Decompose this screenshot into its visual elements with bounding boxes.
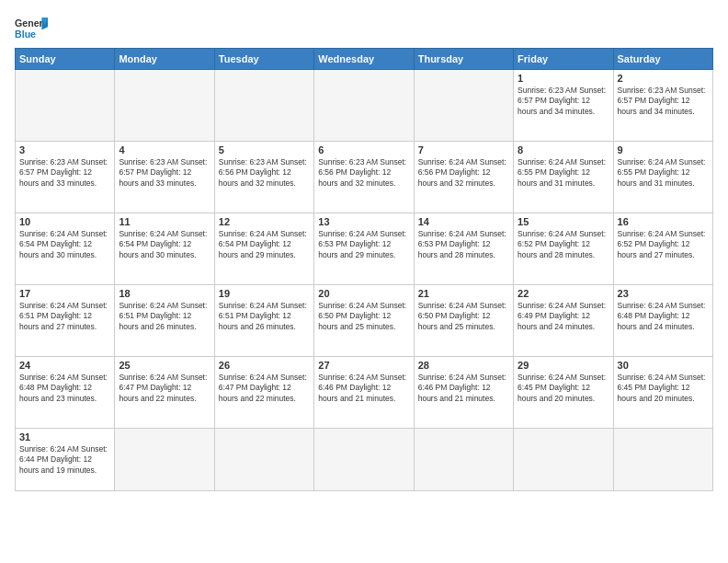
day-number: 25 [119, 360, 210, 371]
calendar-day-cell: 8Sunrise: 6:24 AM Sunset: 6:55 PM Daylig… [514, 142, 613, 213]
day-number: 9 [618, 144, 709, 155]
day-info: Sunrise: 6:24 AM Sunset: 6:46 PM Dayligh… [318, 373, 409, 404]
calendar-day-cell [115, 429, 214, 491]
calendar-day-cell [314, 429, 414, 491]
day-number: 24 [19, 360, 110, 371]
day-info: Sunrise: 6:23 AM Sunset: 6:57 PM Dayligh… [518, 86, 609, 117]
day-info: Sunrise: 6:24 AM Sunset: 6:54 PM Dayligh… [119, 229, 210, 260]
calendar-day-cell: 30Sunrise: 6:24 AM Sunset: 6:45 PM Dayli… [613, 357, 712, 429]
calendar-day-cell [613, 429, 712, 491]
day-info: Sunrise: 6:23 AM Sunset: 6:56 PM Dayligh… [219, 157, 310, 189]
calendar-day-cell [115, 70, 214, 142]
day-info: Sunrise: 6:24 AM Sunset: 6:51 PM Dayligh… [219, 301, 310, 332]
calendar-week-row: 1Sunrise: 6:23 AM Sunset: 6:57 PM Daylig… [16, 70, 713, 142]
calendar-day-cell [214, 429, 313, 491]
day-number: 23 [618, 288, 709, 299]
calendar-week-row: 17Sunrise: 6:24 AM Sunset: 6:51 PM Dayli… [16, 285, 713, 357]
calendar-day-cell: 31Sunrise: 6:24 AM Sunset: 6:44 PM Dayli… [16, 429, 115, 491]
calendar-day-cell: 3Sunrise: 6:23 AM Sunset: 6:57 PM Daylig… [16, 142, 115, 213]
day-info: Sunrise: 6:24 AM Sunset: 6:53 PM Dayligh… [418, 229, 509, 260]
calendar-day-cell: 29Sunrise: 6:24 AM Sunset: 6:45 PM Dayli… [514, 357, 613, 429]
calendar-day-cell: 1Sunrise: 6:23 AM Sunset: 6:57 PM Daylig… [514, 70, 613, 142]
day-info: Sunrise: 6:24 AM Sunset: 6:51 PM Dayligh… [119, 301, 210, 332]
day-info: Sunrise: 6:24 AM Sunset: 6:45 PM Dayligh… [518, 373, 609, 404]
day-info: Sunrise: 6:24 AM Sunset: 6:48 PM Dayligh… [19, 373, 110, 404]
day-number: 28 [418, 360, 509, 371]
day-info: Sunrise: 6:24 AM Sunset: 6:47 PM Dayligh… [119, 373, 210, 404]
calendar-day-cell: 24Sunrise: 6:24 AM Sunset: 6:48 PM Dayli… [16, 357, 115, 429]
calendar-day-cell [16, 70, 115, 142]
weekday-header-monday: Monday [115, 49, 214, 70]
day-info: Sunrise: 6:24 AM Sunset: 6:55 PM Dayligh… [618, 157, 709, 189]
calendar-day-cell: 21Sunrise: 6:24 AM Sunset: 6:50 PM Dayli… [414, 285, 513, 357]
day-number: 6 [318, 144, 409, 155]
header: General Blue [15, 15, 713, 40]
calendar-day-cell: 22Sunrise: 6:24 AM Sunset: 6:49 PM Dayli… [514, 285, 613, 357]
day-info: Sunrise: 6:24 AM Sunset: 6:51 PM Dayligh… [19, 301, 110, 332]
calendar-day-cell: 9Sunrise: 6:24 AM Sunset: 6:55 PM Daylig… [613, 142, 712, 213]
calendar-day-cell: 14Sunrise: 6:24 AM Sunset: 6:53 PM Dayli… [414, 213, 513, 285]
day-info: Sunrise: 6:23 AM Sunset: 6:56 PM Dayligh… [318, 157, 409, 189]
day-number: 8 [518, 144, 609, 155]
day-number: 2 [618, 73, 709, 84]
day-info: Sunrise: 6:23 AM Sunset: 6:57 PM Dayligh… [618, 86, 709, 117]
weekday-header-sunday: Sunday [16, 49, 115, 70]
day-number: 27 [318, 360, 409, 371]
calendar-day-cell: 18Sunrise: 6:24 AM Sunset: 6:51 PM Dayli… [115, 285, 214, 357]
weekday-header-thursday: Thursday [414, 49, 513, 70]
calendar-week-row: 31Sunrise: 6:24 AM Sunset: 6:44 PM Dayli… [16, 429, 713, 491]
calendar-day-cell: 25Sunrise: 6:24 AM Sunset: 6:47 PM Dayli… [115, 357, 214, 429]
calendar-week-row: 10Sunrise: 6:24 AM Sunset: 6:54 PM Dayli… [16, 213, 713, 285]
svg-text:Blue: Blue [15, 29, 36, 40]
weekday-header-friday: Friday [514, 49, 613, 70]
calendar-day-cell: 5Sunrise: 6:23 AM Sunset: 6:56 PM Daylig… [214, 142, 313, 213]
day-info: Sunrise: 6:24 AM Sunset: 6:52 PM Dayligh… [518, 229, 609, 260]
day-number: 30 [618, 360, 709, 371]
calendar-day-cell [414, 429, 513, 491]
logo: General Blue [15, 15, 48, 40]
calendar-day-cell: 23Sunrise: 6:24 AM Sunset: 6:48 PM Dayli… [613, 285, 712, 357]
weekday-header-saturday: Saturday [613, 49, 712, 70]
day-info: Sunrise: 6:24 AM Sunset: 6:46 PM Dayligh… [418, 373, 509, 404]
day-info: Sunrise: 6:24 AM Sunset: 6:53 PM Dayligh… [318, 229, 409, 260]
day-info: Sunrise: 6:24 AM Sunset: 6:52 PM Dayligh… [618, 229, 709, 260]
calendar-day-cell: 4Sunrise: 6:23 AM Sunset: 6:57 PM Daylig… [115, 142, 214, 213]
day-info: Sunrise: 6:24 AM Sunset: 6:55 PM Dayligh… [518, 157, 609, 189]
calendar-day-cell: 19Sunrise: 6:24 AM Sunset: 6:51 PM Dayli… [214, 285, 313, 357]
calendar-day-cell: 26Sunrise: 6:24 AM Sunset: 6:47 PM Dayli… [214, 357, 313, 429]
day-number: 22 [518, 288, 609, 299]
calendar-day-cell: 20Sunrise: 6:24 AM Sunset: 6:50 PM Dayli… [314, 285, 414, 357]
calendar-week-row: 24Sunrise: 6:24 AM Sunset: 6:48 PM Dayli… [16, 357, 713, 429]
weekday-header-row: SundayMondayTuesdayWednesdayThursdayFrid… [16, 49, 713, 70]
day-number: 11 [119, 216, 210, 227]
day-info: Sunrise: 6:23 AM Sunset: 6:57 PM Dayligh… [119, 157, 210, 189]
day-number: 20 [318, 288, 409, 299]
day-info: Sunrise: 6:24 AM Sunset: 6:54 PM Dayligh… [19, 229, 110, 260]
day-number: 1 [518, 73, 609, 84]
day-number: 14 [418, 216, 509, 227]
day-info: Sunrise: 6:24 AM Sunset: 6:49 PM Dayligh… [518, 301, 609, 332]
calendar-day-cell: 28Sunrise: 6:24 AM Sunset: 6:46 PM Dayli… [414, 357, 513, 429]
day-number: 5 [219, 144, 310, 155]
calendar-table: SundayMondayTuesdayWednesdayThursdayFrid… [15, 48, 713, 491]
day-info: Sunrise: 6:24 AM Sunset: 6:48 PM Dayligh… [618, 301, 709, 332]
day-number: 16 [618, 216, 709, 227]
day-number: 17 [19, 288, 110, 299]
day-number: 12 [219, 216, 310, 227]
day-info: Sunrise: 6:24 AM Sunset: 6:50 PM Dayligh… [418, 301, 509, 332]
day-number: 29 [518, 360, 609, 371]
day-info: Sunrise: 6:24 AM Sunset: 6:54 PM Dayligh… [219, 229, 310, 260]
weekday-header-wednesday: Wednesday [314, 49, 414, 70]
day-number: 7 [418, 144, 509, 155]
day-info: Sunrise: 6:24 AM Sunset: 6:50 PM Dayligh… [318, 301, 409, 332]
calendar-day-cell: 16Sunrise: 6:24 AM Sunset: 6:52 PM Dayli… [613, 213, 712, 285]
calendar-day-cell: 6Sunrise: 6:23 AM Sunset: 6:56 PM Daylig… [314, 142, 414, 213]
day-number: 10 [19, 216, 110, 227]
day-info: Sunrise: 6:24 AM Sunset: 6:56 PM Dayligh… [418, 157, 509, 189]
day-number: 15 [518, 216, 609, 227]
calendar-day-cell: 15Sunrise: 6:24 AM Sunset: 6:52 PM Dayli… [514, 213, 613, 285]
calendar-week-row: 3Sunrise: 6:23 AM Sunset: 6:57 PM Daylig… [16, 142, 713, 213]
calendar-day-cell: 2Sunrise: 6:23 AM Sunset: 6:57 PM Daylig… [613, 70, 712, 142]
calendar-day-cell: 12Sunrise: 6:24 AM Sunset: 6:54 PM Dayli… [214, 213, 313, 285]
day-number: 3 [19, 144, 110, 155]
